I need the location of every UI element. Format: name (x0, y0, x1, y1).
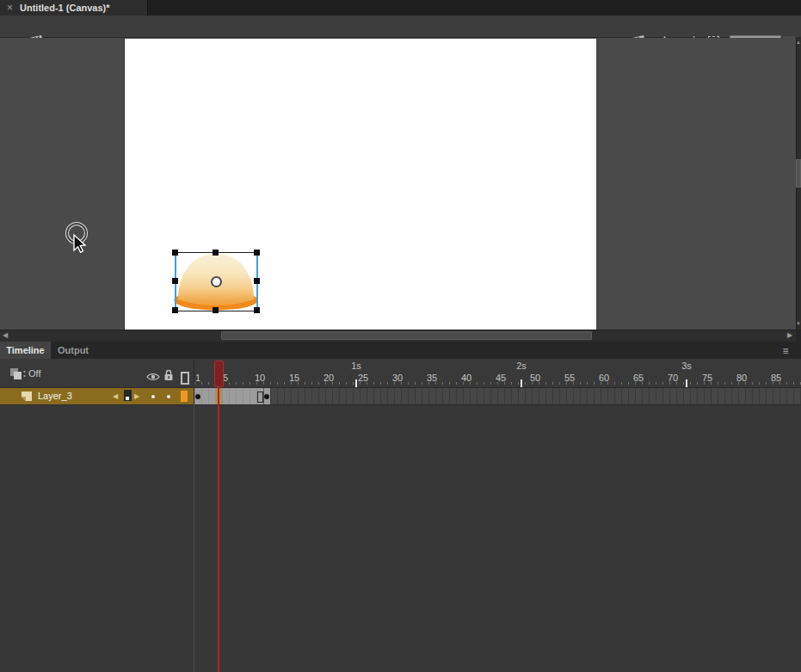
second-tick (355, 379, 357, 387)
scroll-down-icon[interactable]: ▼ (795, 321, 801, 326)
time-label-2s: 2s (516, 361, 527, 371)
selection-handle-n[interactable] (213, 250, 219, 256)
frame-span-1-10[interactable] (194, 388, 263, 404)
layer-lock-dot[interactable] (167, 395, 170, 398)
panel-frames-separator (194, 359, 194, 404)
scroll-up-icon[interactable]: ▲ (795, 40, 801, 45)
divider (0, 404, 801, 405)
timeline-tab-bar (0, 342, 801, 359)
frame-number-55[interactable]: 55 (564, 373, 575, 383)
selection-handle-nw[interactable] (172, 250, 178, 256)
frame-number-1[interactable]: 1 (195, 373, 200, 383)
transformation-point[interactable] (211, 276, 222, 287)
selection-handle-sw[interactable] (172, 307, 178, 313)
prev-keyframe-icon[interactable]: ◀ (113, 388, 118, 404)
playhead-marker[interactable] (214, 361, 224, 387)
tab-timeline[interactable]: Timeline (0, 342, 51, 359)
show-hide-all-layers-eye-icon[interactable] (146, 373, 160, 381)
panel-frames-separator-lower[interactable] (194, 404, 194, 672)
frame-number-75[interactable]: 75 (702, 373, 712, 383)
second-tick (521, 379, 522, 387)
frame-number-20[interactable]: 20 (323, 373, 334, 383)
scrollbar-corner (796, 330, 801, 342)
outline-all-layers-icon[interactable] (181, 372, 189, 385)
current-keyframe-marker[interactable] (124, 390, 132, 401)
time-label-1s: 1s (351, 361, 361, 371)
layer-page-icon (21, 391, 34, 402)
frame-number-70[interactable]: 70 (668, 373, 678, 383)
frame-number-65[interactable]: 65 (633, 373, 644, 383)
scroll-right-icon[interactable]: ▶ (787, 330, 792, 342)
empty-frames-area[interactable] (194, 388, 801, 404)
tab-output[interactable]: Output (51, 342, 96, 359)
frame-number-15[interactable]: 15 (289, 373, 299, 383)
next-keyframe-icon[interactable]: ▶ (134, 388, 139, 404)
mouse-cursor (60, 218, 96, 257)
selection-handle-e[interactable] (254, 278, 260, 284)
layer-outline-color-swatch[interactable] (181, 391, 188, 402)
layer-parenting-icon[interactable] (10, 368, 26, 379)
time-label-3s: 3s (681, 361, 692, 371)
edit-bar: Scene 1 100% ▼ (0, 15, 801, 38)
horizontal-scrollbar-thumb[interactable] (221, 331, 592, 340)
frame-number-85[interactable]: 85 (771, 373, 781, 383)
selection-handle-w[interactable] (172, 278, 178, 284)
layer-name-label[interactable]: Layer_3 (38, 388, 72, 404)
document-tab[interactable]: × Untitled-1 (Canvas)* (0, 0, 148, 15)
frame-number-40[interactable]: 40 (461, 373, 471, 383)
selection-handle-se[interactable] (254, 307, 260, 313)
lock-all-layers-icon[interactable] (163, 369, 174, 381)
frame-number-45[interactable]: 45 (496, 373, 506, 383)
frame-number-35[interactable]: 35 (427, 373, 437, 383)
selection-handle-ne[interactable] (254, 250, 260, 256)
frame-number-25[interactable]: 25 (358, 373, 368, 383)
keyframe-dot-1[interactable] (195, 394, 200, 399)
selection-handle-s[interactable] (213, 307, 219, 313)
span-end-rect[interactable] (257, 391, 263, 403)
panel-menu-icon[interactable]: ≡ (779, 346, 792, 356)
document-tab-bar: × Untitled-1 (Canvas)* (0, 0, 801, 15)
frame-number-60[interactable]: 60 (599, 373, 609, 383)
playhead-line[interactable] (218, 387, 219, 672)
frame-number-30[interactable]: 30 (392, 373, 403, 383)
animate-application-window: × Untitled-1 (Canvas)* Scene 1 (0, 0, 801, 672)
close-document-icon[interactable]: × (7, 3, 13, 13)
frame-number-10[interactable]: 10 (255, 373, 265, 383)
frame-number-80[interactable]: 80 (736, 373, 747, 383)
vertical-scrollbar-thumb[interactable] (796, 159, 801, 188)
frame-number-50[interactable]: 50 (530, 373, 540, 383)
scroll-left-icon[interactable]: ◀ (3, 330, 8, 342)
keyframe-dot-11[interactable] (264, 394, 269, 399)
parenting-state-label[interactable]: Off (28, 365, 54, 382)
document-title: Untitled-1 (Canvas)* (20, 3, 110, 13)
second-tick (686, 379, 687, 387)
layer-visibility-dot[interactable] (151, 395, 155, 398)
